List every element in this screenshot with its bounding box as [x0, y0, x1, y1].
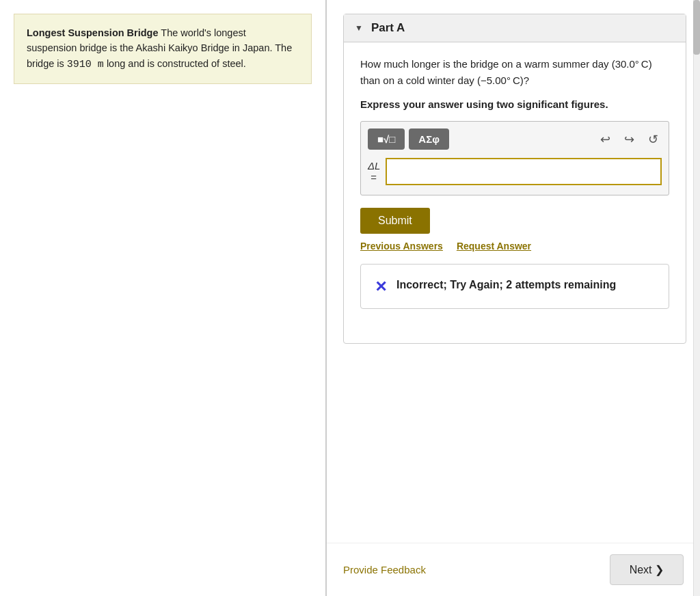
undo-icon: ↩ [600, 133, 610, 146]
math-label: ΔL= [368, 160, 380, 183]
refresh-icon: ↺ [648, 133, 658, 146]
submit-row: Submit [360, 208, 669, 241]
undo-button[interactable]: ↩ [597, 131, 614, 148]
info-box: Longest Suspension Bridge The world's lo… [14, 14, 312, 84]
info-box-title: Longest Suspension Bridge [27, 27, 159, 38]
feedback-text: Incorrect; Try Again; 2 attempts remaini… [396, 277, 616, 293]
incorrect-icon: ✕ [375, 278, 387, 296]
math-toolbar-right: ↩ ↪ ↺ [597, 131, 662, 148]
right-panel: ▼ Part A How much longer is the bridge o… [327, 0, 700, 596]
math-toolbar: ■√□ AΣφ ↩ ↪ ↺ [368, 128, 662, 150]
part-header-label: Part A [371, 21, 405, 35]
submit-button[interactable]: Submit [360, 208, 430, 234]
previous-answers-button[interactable]: Previous Answers [360, 241, 443, 252]
part-header: ▼ Part A [344, 14, 686, 42]
collapse-arrow-icon[interactable]: ▼ [355, 23, 363, 33]
redo-button[interactable]: ↪ [621, 131, 638, 148]
symbol-button[interactable]: AΣφ [409, 128, 449, 150]
math-input-container: ■√□ AΣφ ↩ ↪ ↺ [360, 121, 669, 195]
math-answer-input[interactable] [386, 158, 662, 185]
next-label: Next ❯ [630, 563, 664, 576]
part-body: How much longer is the bridge on a warm … [344, 42, 686, 343]
scrollbar-track [693, 0, 700, 596]
info-box-measurement: 3910 m [67, 59, 104, 70]
scrollbar-thumb[interactable] [693, 0, 700, 55]
math-entry-row: ΔL= [368, 158, 662, 185]
formula-icon: ■√□ [377, 133, 395, 145]
left-panel: Longest Suspension Bridge The world's lo… [0, 0, 327, 596]
request-answer-button[interactable]: Request Answer [457, 241, 531, 252]
express-text: Express your answer using two significan… [360, 98, 669, 110]
links-row: Previous Answers Request Answer [360, 241, 669, 252]
next-button[interactable]: Next ❯ [610, 554, 684, 585]
redo-icon: ↪ [624, 133, 634, 146]
provide-feedback-button[interactable]: Provide Feedback [343, 564, 426, 575]
question-text: How much longer is the bridge on a warm … [360, 56, 669, 89]
refresh-button[interactable]: ↺ [645, 131, 662, 148]
symbol-icon: AΣφ [418, 133, 440, 145]
bottom-bar: Provide Feedback Next ❯ [327, 543, 700, 596]
formula-button[interactable]: ■√□ [368, 128, 405, 150]
part-section: ▼ Part A How much longer is the bridge o… [343, 14, 686, 344]
feedback-box: ✕ Incorrect; Try Again; 2 attempts remai… [360, 264, 669, 309]
info-box-desc-end: long and is constructed of steel. [104, 58, 246, 69]
